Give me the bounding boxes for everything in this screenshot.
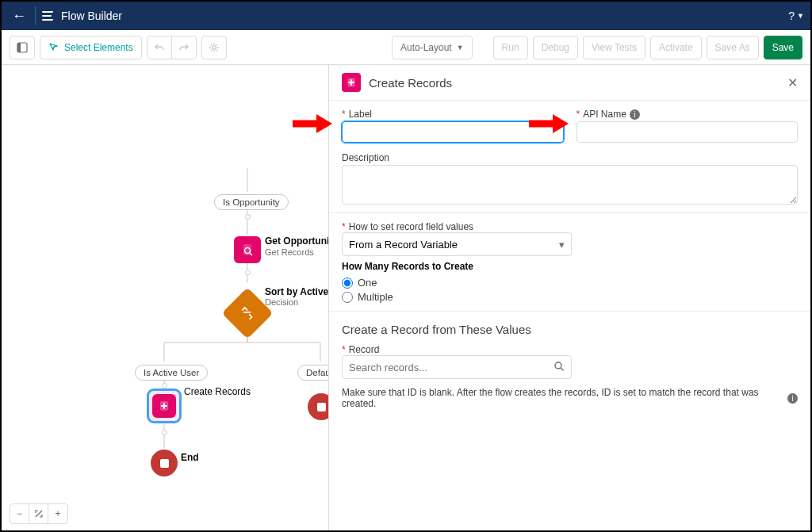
- activate-button[interactable]: Activate: [650, 36, 702, 59]
- close-panel-button[interactable]: ✕: [787, 75, 798, 90]
- select-elements-button[interactable]: Select Elements: [40, 36, 142, 59]
- redo-icon: [178, 42, 190, 53]
- node-decision[interactable]: [229, 295, 266, 331]
- save-as-button[interactable]: Save As: [707, 36, 759, 59]
- chevron-down-icon: ▼: [457, 44, 464, 52]
- info-icon[interactable]: i: [630, 109, 640, 120]
- radio-one[interactable]: One: [342, 277, 798, 289]
- help-icon: ?: [788, 10, 795, 22]
- zoom-controls: − +: [10, 503, 68, 524]
- description-input[interactable]: [342, 165, 798, 205]
- search-icon: [553, 361, 565, 374]
- cursor-select-icon: [48, 42, 59, 53]
- node-get-opportunity-sub: Get Records: [265, 247, 314, 257]
- svg-point-7: [555, 362, 561, 369]
- radio-multiple[interactable]: Multiple: [342, 291, 798, 303]
- info-icon[interactable]: i: [787, 393, 798, 404]
- node-end-label: End: [181, 452, 199, 463]
- node-get-opportunity-title: Get Opportunity: [265, 235, 338, 247]
- node-create-records-label: Create Records: [184, 386, 251, 397]
- helper-text: Make sure that ID is blank. After the fl…: [342, 387, 783, 409]
- chevron-down-icon: ▾: [559, 239, 565, 251]
- panel-title: Create Records: [369, 76, 779, 90]
- run-button[interactable]: Run: [493, 36, 528, 59]
- debug-button[interactable]: Debug: [533, 36, 578, 59]
- save-button[interactable]: Save: [764, 36, 802, 59]
- api-name-input[interactable]: [576, 121, 799, 143]
- node-create-records[interactable]: [147, 388, 182, 423]
- undo-icon: [154, 42, 165, 53]
- zoom-in-button[interactable]: +: [48, 504, 67, 523]
- create-records-panel-icon: [342, 73, 361, 92]
- settings-button[interactable]: [201, 36, 227, 59]
- how-many-heading: How Many Records to Create: [342, 261, 798, 272]
- decision-icon: [221, 287, 273, 339]
- redo-button[interactable]: [171, 36, 197, 59]
- chevron-down-icon: ▼: [797, 12, 804, 20]
- toolbar: Select Elements Auto-Layout ▼ Run Debug …: [2, 30, 810, 65]
- radio-one-input[interactable]: [342, 277, 353, 289]
- annotation-arrow-1: [293, 114, 332, 133]
- node-end[interactable]: [151, 450, 178, 477]
- undo-button[interactable]: [147, 36, 172, 59]
- app-title: Flow Builder: [61, 10, 122, 22]
- header-divider: [35, 6, 36, 25]
- node-decision-sub: Decision: [265, 297, 298, 307]
- left-panel-toggle[interactable]: [10, 36, 35, 59]
- get-records-icon: [234, 236, 261, 263]
- description-field-label: Description: [342, 152, 798, 163]
- radio-multiple-input[interactable]: [342, 292, 353, 303]
- app-header: ← Flow Builder ? ▼: [2, 2, 810, 30]
- how-to-set-value: From a Record Variable: [349, 239, 458, 251]
- properties-panel: Create Records ✕ Label API Name i Descr: [328, 65, 810, 530]
- annotation-arrow-2: [529, 114, 569, 133]
- create-records-icon: [152, 394, 176, 418]
- record-field-label: Record: [342, 344, 798, 355]
- fit-icon: [34, 509, 44, 519]
- zoom-out-button[interactable]: −: [10, 504, 29, 523]
- branch-is-opportunity[interactable]: Is Opportunity: [214, 194, 289, 210]
- how-to-set-dropdown[interactable]: From a Record Variable ▾: [342, 232, 572, 256]
- history-group: [147, 36, 197, 59]
- svg-rect-1: [17, 43, 21, 52]
- end-icon: [151, 450, 178, 477]
- node-get-opportunity[interactable]: [234, 236, 261, 263]
- zoom-fit-button[interactable]: [29, 504, 48, 523]
- how-to-set-label: How to set record field values: [342, 221, 798, 232]
- gear-icon: [209, 42, 220, 53]
- view-tests-button[interactable]: View Tests: [583, 36, 645, 59]
- layout-mode-dropdown[interactable]: Auto-Layout ▼: [392, 36, 473, 59]
- branch-is-active-user[interactable]: Is Active User: [135, 365, 208, 381]
- create-from-values-heading: Create a Record from These Values: [342, 323, 798, 336]
- record-search-combobox[interactable]: [342, 355, 572, 379]
- api-name-field-label: API Name i: [576, 109, 799, 120]
- help-menu[interactable]: ? ▼: [788, 10, 804, 22]
- svg-point-2: [212, 45, 216, 49]
- back-button[interactable]: ←: [8, 5, 30, 27]
- select-elements-label: Select Elements: [64, 42, 133, 53]
- layout-mode-label: Auto-Layout: [400, 42, 452, 53]
- flow-logo-icon: [40, 9, 55, 23]
- record-search-input[interactable]: [349, 362, 553, 373]
